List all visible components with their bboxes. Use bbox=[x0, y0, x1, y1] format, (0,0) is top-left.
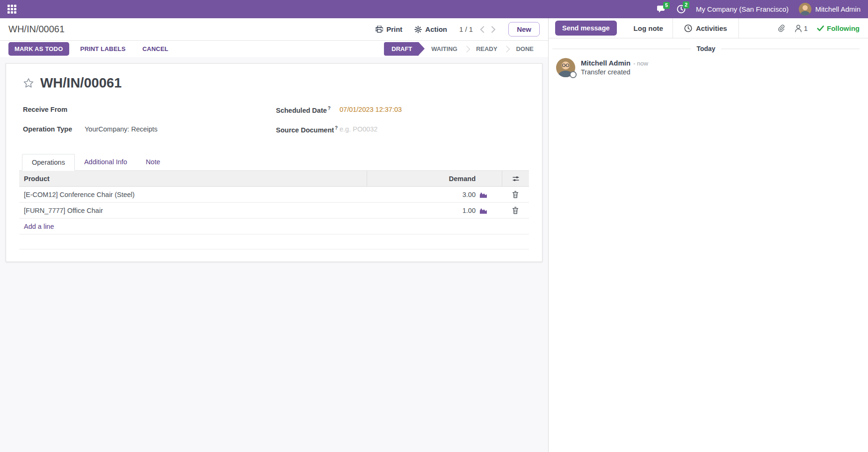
followers-count: 1 bbox=[804, 24, 808, 32]
new-button[interactable]: New bbox=[508, 22, 540, 36]
company-switcher[interactable]: My Company (San Francisco) bbox=[696, 5, 788, 13]
activities-menu[interactable]: 2 bbox=[677, 5, 686, 14]
favorite-star-icon[interactable] bbox=[23, 78, 34, 88]
status-pipeline: DRAFT WAITING READY DONE bbox=[384, 42, 540, 56]
demand-cell[interactable]: 1.00 bbox=[367, 203, 479, 218]
message-body: Transfer created bbox=[581, 68, 648, 76]
help-marker: ? bbox=[335, 125, 338, 131]
add-a-line-link[interactable]: Add a line bbox=[24, 223, 54, 230]
status-draft[interactable]: DRAFT bbox=[384, 42, 419, 56]
action-menu-button[interactable]: Action bbox=[414, 25, 447, 33]
delete-row-icon[interactable] bbox=[512, 207, 519, 214]
table-row[interactable]: [FURN_7777] Office Chair 1.00 bbox=[19, 203, 529, 219]
apps-menu-icon[interactable] bbox=[7, 5, 16, 14]
send-message-button[interactable]: Send message bbox=[555, 21, 617, 36]
tab-note[interactable]: Note bbox=[137, 154, 170, 171]
message-subtype-icon bbox=[570, 71, 577, 78]
attach-files-button[interactable] bbox=[777, 24, 785, 33]
optional-columns-icon[interactable] bbox=[512, 175, 520, 182]
tab-additional-info[interactable]: Additional Info bbox=[75, 154, 137, 171]
table-header-row: Product Demand bbox=[19, 171, 529, 187]
scheduled-date-field[interactable]: 07/01/2023 12:37:03 bbox=[340, 106, 402, 115]
status-separator-icon bbox=[463, 45, 470, 52]
notebook-tabs: Operations Additional Info Note bbox=[19, 153, 529, 171]
source-document-label: Source Document? bbox=[276, 125, 340, 135]
delete-row-icon[interactable] bbox=[512, 191, 519, 198]
add-line-row: Add a line bbox=[19, 219, 529, 234]
help-marker: ? bbox=[328, 106, 331, 111]
source-document-field[interactable]: e.g. PO0032 bbox=[340, 125, 377, 135]
status-ready[interactable]: READY bbox=[470, 42, 504, 56]
breadcrumb[interactable]: WH/IN/00061 bbox=[8, 24, 65, 35]
user-menu[interactable]: Mitchell Admin bbox=[815, 5, 861, 13]
user-avatar[interactable] bbox=[799, 3, 811, 15]
tab-operations[interactable]: Operations bbox=[22, 154, 75, 171]
check-icon bbox=[817, 25, 824, 31]
forecast-chart-icon[interactable] bbox=[479, 207, 487, 214]
form-view-pane: WH/IN/00061 Print bbox=[0, 18, 548, 452]
top-navbar: 5 2 My Company (San Francisco) Mitchell … bbox=[0, 0, 868, 18]
action-label: Action bbox=[425, 25, 447, 33]
gear-icon bbox=[414, 26, 422, 33]
date-divider-label: Today bbox=[696, 45, 715, 52]
following-button[interactable]: Following bbox=[817, 24, 860, 32]
control-panel: WH/IN/00061 Print bbox=[0, 18, 548, 41]
message-author[interactable]: Mitchell Admin bbox=[581, 59, 630, 67]
pager: 1 / 1 bbox=[459, 25, 496, 33]
print-button[interactable]: Print bbox=[376, 25, 402, 33]
operation-type-label: Operation Type bbox=[23, 125, 85, 135]
table-row[interactable]: [E-COM12] Conference Chair (Steel) 3.00 bbox=[19, 187, 529, 203]
message-author-avatar[interactable] bbox=[556, 58, 575, 77]
demand-cell[interactable]: 3.00 bbox=[367, 187, 479, 202]
chatter-panel: Send message Log note Activities bbox=[548, 18, 868, 452]
status-done[interactable]: DONE bbox=[510, 42, 540, 56]
demand-column-header[interactable]: Demand bbox=[367, 171, 479, 186]
mark-as-todo-button[interactable]: MARK AS TODO bbox=[8, 42, 69, 56]
forecast-chart-icon[interactable] bbox=[479, 191, 487, 198]
operation-type-field[interactable]: YourCompany: Receipts bbox=[85, 125, 158, 135]
chatter-message: Mitchell Admin - now Transfer created bbox=[549, 57, 868, 78]
chatter-toolbar: Send message Log note Activities bbox=[549, 18, 868, 38]
print-label: Print bbox=[386, 25, 402, 33]
follower-person-icon bbox=[795, 24, 802, 32]
paperclip-icon bbox=[777, 24, 785, 33]
pager-previous-icon[interactable] bbox=[479, 26, 485, 33]
messages-menu[interactable]: 5 bbox=[657, 5, 666, 14]
pager-value: 1 / 1 bbox=[459, 25, 473, 33]
activity-clock-icon bbox=[684, 24, 692, 32]
messages-badge: 5 bbox=[663, 2, 670, 9]
scheduled-date-label: Scheduled Date? bbox=[276, 106, 340, 115]
status-separator-icon bbox=[503, 45, 510, 52]
activities-badge: 2 bbox=[683, 1, 689, 8]
printer-icon bbox=[376, 26, 383, 33]
product-column-header[interactable]: Product bbox=[19, 171, 367, 186]
followers-button[interactable]: 1 bbox=[795, 24, 808, 32]
activities-button[interactable]: Activities bbox=[673, 18, 739, 38]
print-labels-button[interactable]: PRINT LABELS bbox=[75, 42, 131, 56]
record-title[interactable]: WH/IN/00061 bbox=[40, 75, 122, 91]
operations-table: Product Demand bbox=[19, 171, 529, 249]
field-group: Receive From Operation Type YourCompany:… bbox=[19, 106, 529, 145]
message-timestamp: - now bbox=[633, 60, 648, 67]
product-cell[interactable]: [E-COM12] Conference Chair (Steel) bbox=[19, 187, 367, 202]
status-button-bar: MARK AS TODO PRINT LABELS CANCEL DRAFT W… bbox=[0, 41, 548, 57]
log-note-button[interactable]: Log note bbox=[624, 18, 673, 38]
cancel-button[interactable]: CANCEL bbox=[137, 42, 174, 56]
empty-table-row bbox=[19, 234, 529, 249]
date-divider: Today bbox=[552, 45, 860, 52]
form-sheet: WH/IN/00061 Receive From Operation Type … bbox=[6, 63, 542, 262]
pager-next-icon[interactable] bbox=[491, 26, 496, 33]
product-cell[interactable]: [FURN_7777] Office Chair bbox=[19, 203, 367, 218]
sheet-background: WH/IN/00061 Receive From Operation Type … bbox=[0, 57, 548, 452]
receive-from-label: Receive From bbox=[23, 106, 85, 115]
status-waiting[interactable]: WAITING bbox=[425, 42, 463, 56]
